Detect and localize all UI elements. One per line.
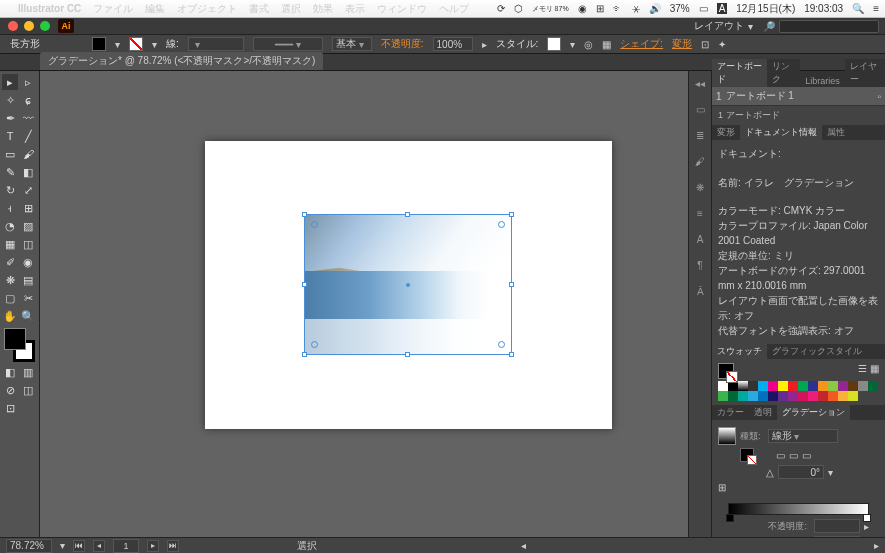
handle-tr[interactable]	[509, 212, 514, 217]
type-tool[interactable]: T	[2, 128, 18, 144]
handle-mr[interactable]	[509, 282, 514, 287]
tab-artboards[interactable]: アートボード	[712, 59, 767, 87]
perspective-tool[interactable]: ▨	[20, 218, 36, 234]
angle-dd[interactable]: ▾	[828, 467, 833, 478]
shaper-tool[interactable]: ✎	[2, 164, 18, 180]
artboard[interactable]	[205, 141, 612, 429]
grad-type-select[interactable]: 線形 ▾	[768, 429, 838, 443]
handle-bm[interactable]	[405, 352, 410, 357]
wifi-icon[interactable]: ᯤ	[613, 3, 623, 14]
menu-type[interactable]: 書式	[249, 2, 269, 16]
artboard-nav-num[interactable]: 1	[113, 539, 139, 553]
rectangle-tool[interactable]: ▭	[2, 146, 18, 162]
tab-docinfo[interactable]: ドキュメント情報	[740, 125, 822, 140]
pen-tool[interactable]: ✒	[2, 110, 18, 126]
graph-tool[interactable]: ▤	[20, 272, 36, 288]
angle-input[interactable]: 0°	[778, 465, 824, 479]
swatches-grid[interactable]	[718, 381, 879, 401]
scale-tool[interactable]: ⤢	[20, 182, 36, 198]
artboard-prev[interactable]: ◂	[93, 540, 105, 552]
gradient-tool[interactable]: ◫	[20, 236, 36, 252]
menu-select[interactable]: 選択	[281, 2, 301, 16]
center-point[interactable]	[406, 283, 410, 287]
transform-link[interactable]: 変形	[672, 37, 692, 51]
grad-stop-left[interactable]	[726, 514, 734, 522]
artboard-row[interactable]: 1 アートボード 1 ▫	[712, 87, 885, 105]
artboard-tool[interactable]: ▢	[2, 290, 18, 306]
line-tool[interactable]: ╱	[20, 128, 36, 144]
stroke-panel-icon[interactable]: ≡	[692, 205, 708, 221]
zoom-dd-icon[interactable]: ▾	[60, 540, 65, 551]
slice-tool[interactable]: ✂	[20, 290, 36, 306]
menu-effect[interactable]: 効果	[313, 2, 333, 16]
grad-stop-right[interactable]	[863, 514, 871, 522]
gradient-preview[interactable]	[718, 427, 736, 445]
stroke-profile[interactable]: ━━━ ▾	[253, 37, 323, 51]
stroke-weight[interactable]: ▾	[188, 37, 244, 51]
char-icon[interactable]: A	[692, 231, 708, 247]
blend-tool[interactable]: ◉	[20, 254, 36, 270]
grad-fillstroke-icon[interactable]	[740, 448, 754, 462]
opacity-dd[interactable]: ▸	[482, 39, 487, 50]
glyph-icon[interactable]: Ǎ	[692, 283, 708, 299]
lasso-tool[interactable]: ɕ	[20, 92, 36, 108]
search-input[interactable]	[779, 20, 879, 33]
bluetooth-icon[interactable]: ⚹	[632, 3, 640, 15]
swatch-fillstroke[interactable]	[718, 363, 734, 379]
rotate-tool[interactable]: ↻	[2, 182, 18, 198]
tab-attributes[interactable]: 属性	[822, 125, 850, 140]
gradient-mode-icon[interactable]: ▥	[20, 364, 36, 380]
isolate-icon[interactable]: ⊡	[701, 39, 709, 50]
notification-icon[interactable]: ≡	[873, 3, 879, 14]
magic-wand-tool[interactable]: ✧	[2, 92, 18, 108]
menubar-time[interactable]: 19:03:03	[804, 3, 843, 14]
shape-link[interactable]: シェイプ:	[620, 37, 663, 51]
volume-icon[interactable]: 🔊	[649, 3, 661, 14]
grad-stroke-icon2[interactable]: ▭	[789, 450, 798, 461]
handle-tl[interactable]	[302, 212, 307, 217]
color-mode-icon[interactable]: ◧	[2, 364, 18, 380]
menubar-date[interactable]: 12月15日(木)	[736, 2, 795, 16]
symbol-sprayer-tool[interactable]: ❋	[2, 272, 18, 288]
handle-tm[interactable]	[405, 212, 410, 217]
selection-tool[interactable]: ▸	[2, 74, 18, 90]
gradient-slider[interactable]	[728, 503, 869, 515]
tab-links[interactable]: リンク	[767, 59, 800, 87]
shape-builder-tool[interactable]: ◔	[2, 218, 18, 234]
recolor-icon[interactable]: ◎	[584, 39, 593, 50]
draw-mode-icon[interactable]: ◫	[20, 382, 36, 398]
maximize-window[interactable]	[40, 21, 50, 31]
style-swatch[interactable]	[547, 37, 561, 51]
free-transform-tool[interactable]: ⊞	[20, 200, 36, 216]
sync-icon[interactable]: ⟳	[497, 3, 505, 14]
grad-opac-input[interactable]	[814, 519, 860, 533]
dropdown-icon[interactable]: ▾	[748, 21, 753, 32]
align-icon[interactable]: ▦	[602, 39, 611, 50]
zoom-tool[interactable]: 🔍	[20, 308, 36, 324]
document-tab[interactable]: グラデーション* @ 78.72% (<不透明マスク>/不透明マスク)	[40, 52, 323, 70]
input-icon[interactable]: A	[717, 3, 728, 14]
line-icon[interactable]: ◉	[578, 3, 587, 14]
eyedropper-tool[interactable]: ✐	[2, 254, 18, 270]
tab-color[interactable]: カラー	[712, 405, 749, 420]
zoom-input[interactable]: 78.72%	[6, 539, 52, 553]
swatch-menu-icon[interactable]: ▦	[870, 363, 879, 379]
close-window[interactable]	[8, 21, 18, 31]
curvature-tool[interactable]: 〰	[20, 110, 36, 126]
mesh-tool[interactable]: ▦	[2, 236, 18, 252]
minimize-window[interactable]	[24, 21, 34, 31]
scroll-right-icon[interactable]: ▸	[874, 540, 879, 551]
tab-layers[interactable]: レイヤー	[845, 59, 885, 87]
brushes-icon[interactable]: 🖌	[692, 153, 708, 169]
scroll-left-icon[interactable]: ◂	[521, 540, 526, 551]
menu-help[interactable]: ヘルプ	[439, 2, 469, 16]
dropbox-icon[interactable]: ⬡	[514, 3, 523, 14]
style-dd[interactable]: ▾	[570, 39, 575, 50]
swatch-view-icon[interactable]: ☰	[858, 363, 867, 379]
menu-view[interactable]: 表示	[345, 2, 365, 16]
brush-def[interactable]: 基本 ▾	[332, 37, 372, 51]
handle-ml[interactable]	[302, 282, 307, 287]
none-mode-icon[interactable]: ⊘	[2, 382, 18, 398]
properties-icon[interactable]: ▭	[692, 101, 708, 117]
grad-stroke-icon3[interactable]: ▭	[802, 450, 811, 461]
